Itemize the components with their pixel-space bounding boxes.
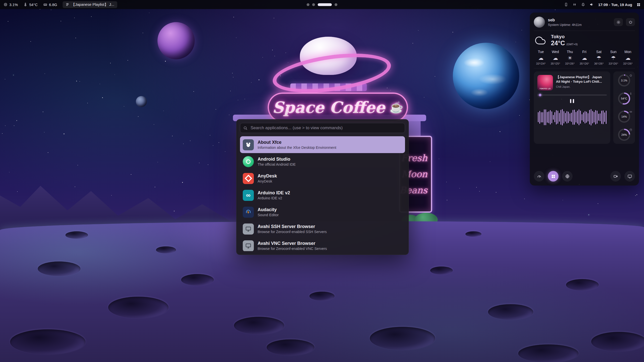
crater	[518, 344, 579, 362]
network-button[interactable]	[573, 3, 577, 7]
power-button[interactable]	[626, 18, 635, 26]
star	[193, 91, 194, 92]
star	[479, 191, 480, 192]
memory-gauge: 14%	[616, 111, 632, 123]
gear-icon	[616, 20, 621, 24]
globe-button[interactable]	[562, 171, 573, 182]
search-box[interactable]	[240, 123, 405, 133]
audacity-icon	[243, 207, 254, 218]
star	[100, 84, 100, 84]
launcher-item-android-studio[interactable]: Android StudioThe official Android IDE	[240, 153, 405, 170]
neon-sign: Space Coffee ☕	[268, 93, 408, 122]
launcher-item-audacity[interactable]: AudacitySound Editor	[240, 204, 405, 220]
weather-icon: ☀	[568, 55, 572, 61]
cpu-indicator[interactable]: 3.1%	[4, 3, 18, 7]
speaker-icon	[590, 3, 594, 7]
wave-bar	[571, 113, 572, 122]
search-input[interactable]	[250, 125, 402, 131]
earth-planet	[453, 43, 519, 109]
star	[521, 30, 522, 30]
wave-bar	[598, 114, 599, 121]
crater	[267, 339, 314, 355]
system-gauges-card: 3.1% 54°C 14% 24%	[613, 71, 635, 144]
dashboard-button[interactable]	[534, 171, 544, 182]
wave-bar	[606, 111, 607, 124]
phone-icon	[564, 3, 568, 7]
notifications-button[interactable]	[581, 3, 585, 7]
app-subtitle: The official Android IDE	[258, 162, 296, 166]
launcher-item-anydesk[interactable]: AnyDeskAnyDesk	[240, 170, 405, 187]
wave-bar	[573, 110, 573, 125]
app-grid-button[interactable]	[637, 3, 640, 7]
wave-bar	[582, 114, 582, 120]
wave-bar	[588, 113, 588, 121]
star	[76, 81, 77, 81]
forecast-day: Sat☂36°/26°	[592, 50, 606, 65]
temperature-gauge: 54°C	[616, 93, 632, 105]
workspace-dot[interactable]	[335, 3, 337, 6]
crater	[566, 279, 599, 291]
memory-indicator[interactable]: 6.8G	[43, 3, 57, 7]
wave-bar	[541, 112, 542, 122]
app-title: Android Studio	[258, 157, 296, 162]
globe-icon	[565, 174, 570, 179]
workspace-indicator	[307, 0, 337, 9]
album-art[interactable]: TOKYO LO	[537, 75, 553, 90]
star	[75, 38, 76, 38]
now-playing-chip[interactable]: 【Japanese Playlist】 J...	[63, 1, 117, 8]
wave-bar	[597, 111, 597, 124]
app-subtitle: Browse for Zeroconf-enabled VNC Servers	[258, 247, 327, 251]
forecast-day: Fri☁35°/26°	[577, 50, 591, 65]
star	[274, 56, 275, 56]
weather-icon: ☂	[596, 55, 601, 61]
star	[446, 182, 447, 182]
crater	[181, 274, 214, 286]
progress-handle[interactable]	[539, 94, 541, 96]
wave-bar	[550, 110, 551, 124]
crater	[108, 297, 169, 318]
track-title: 【Japanese Playlist】 Japan All Night - To…	[556, 75, 607, 84]
crater	[156, 246, 176, 253]
star	[210, 135, 210, 135]
neon-sign-text: Space Coffee	[272, 98, 385, 117]
avatar[interactable]	[534, 17, 545, 28]
display-button[interactable]	[624, 171, 635, 182]
launcher-item-avahi-ssh[interactable]: Avahi SSH Server BrowserBrowse for Zeroc…	[240, 220, 405, 237]
wave-bar	[565, 113, 566, 122]
wave-bar	[594, 112, 594, 122]
power-icon	[628, 20, 633, 24]
volume-button[interactable]	[590, 3, 594, 7]
wave-bar	[570, 113, 570, 121]
settings-button[interactable]	[614, 18, 623, 26]
workspace-dot[interactable]	[307, 3, 309, 6]
workspace-dot[interactable]	[318, 3, 332, 6]
phone-connect-button[interactable]	[564, 3, 568, 7]
music-player-card: TOKYO LO 【Japanese Playlist】 Japan All N…	[534, 71, 610, 144]
wave-bar	[580, 111, 581, 124]
widgets-grid-icon	[551, 174, 555, 178]
launcher-item-avahi-vnc[interactable]: Avahi VNC Server BrowserBrowse for Zeroc…	[240, 237, 405, 251]
star	[138, 116, 139, 117]
workspace-dot[interactable]	[312, 3, 315, 6]
launcher-item-about-xfce[interactable]: About XfceInformation about the Xfce Des…	[240, 136, 405, 153]
clock[interactable]: 17:09 - Tue, 19 Aug	[598, 3, 632, 7]
wave-bar	[568, 112, 569, 123]
grid-icon	[637, 3, 640, 7]
launcher-item-arduino[interactable]: ∞ Arduino IDE v2Arduino IDE v2	[240, 187, 405, 204]
crater	[430, 266, 453, 275]
star	[588, 214, 589, 215]
star	[45, 73, 45, 74]
crater	[38, 261, 80, 276]
star	[131, 174, 131, 175]
widgets-button[interactable]	[548, 171, 558, 182]
progress-bar[interactable]	[537, 95, 607, 96]
track-subtitle: Chill Japan.	[556, 85, 607, 88]
now-playing-label: 【Japanese Playlist】 J...	[71, 2, 114, 7]
forecast-day: Sun☂33°/26°	[606, 50, 620, 65]
temperature-indicator[interactable]: 54°C	[23, 3, 38, 7]
pause-button[interactable]	[569, 98, 575, 104]
disk-icon	[629, 128, 632, 132]
divider	[534, 31, 635, 31]
screen-record-button[interactable]	[610, 171, 621, 182]
forecast-day: Mon☁33°/26°	[621, 50, 635, 65]
